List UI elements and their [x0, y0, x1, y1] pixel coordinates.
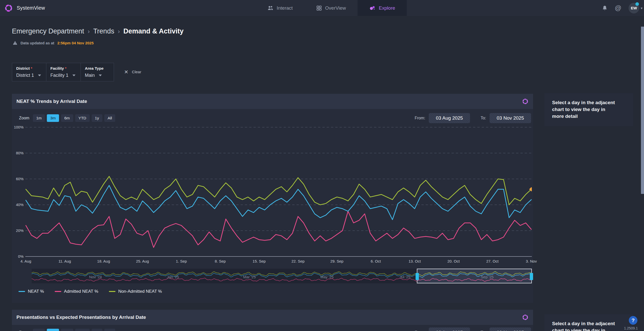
facility-filter[interactable]: Facility* Facility 1 [46, 63, 81, 81]
data-updated-row: Data updated as at 2:56pm 04 Nov 2025 [13, 41, 94, 45]
y-tick-label: 60% [12, 177, 24, 181]
x-tick-label: 1. Sep [176, 259, 187, 263]
navigator-selection-window[interactable] [417, 269, 532, 283]
version-label: 1.2509.1 [624, 326, 638, 330]
to-label: To: [481, 116, 486, 120]
date-range-controls: From: 03 Aug 2025 To: 03 Nov 2025 [415, 327, 531, 331]
day-detail-hint-text: Select a day in the adjacent chart to vi… [544, 314, 633, 331]
status-badge [635, 2, 639, 6]
area-type-filter-label: Area Type [85, 66, 104, 70]
zoom-option-all[interactable]: All [104, 114, 115, 122]
zoom-option-all[interactable]: All [104, 329, 115, 331]
day-detail-hint-panel: Select a day in the adjacent chart to vi… [544, 93, 633, 126]
zoom-option-1y[interactable]: 1y [92, 329, 102, 331]
navigator-tick-label: Sep '25 [481, 275, 494, 279]
y-tick-label: 40% [12, 203, 24, 207]
zoom-label: Zoom [19, 116, 29, 120]
page-title: Demand & Activity [123, 27, 184, 35]
navigator-tick-label: Jan '25 [167, 275, 179, 279]
navigator-handle-right[interactable] [530, 273, 533, 280]
legend-item-non-admitted-neat[interactable]: Non-Admitted NEAT % [109, 289, 162, 294]
day-detail-hint-panel-2: Select a day in the adjacent chart to vi… [544, 314, 633, 331]
help-button[interactable]: ? [629, 316, 637, 325]
y-tick-label: 100% [12, 125, 24, 129]
presentations-panel: Presentations vs Expected Presentations … [12, 310, 533, 331]
legend-item-admitted-neat[interactable]: Admitted NEAT % [55, 289, 98, 294]
neat-trends-panel-header: NEAT % Trends by Arrival Date [12, 94, 533, 109]
zoom-option-ytd[interactable]: YTD [75, 114, 90, 122]
from-date-input[interactable]: 03 Aug 2025 [429, 327, 470, 331]
clear-filters-button[interactable]: ✕ Clear [124, 69, 141, 75]
top-right-actions: @ EW ▾ [602, 0, 642, 16]
nav-item-overview[interactable]: OverView [304, 0, 358, 16]
legend-label-admitted-neat: Admitted NEAT % [64, 289, 98, 294]
zoom-option-3m[interactable]: 3m [47, 114, 59, 122]
caret-down-icon [72, 75, 75, 76]
app-logo[interactable]: SystemView [0, 4, 45, 12]
main-nav: Interact OverView Explore [255, 0, 407, 16]
notifications-bell-icon[interactable] [602, 5, 608, 11]
panel-loader-dashed-circle-icon[interactable] [522, 314, 529, 321]
x-tick-label: 18. Aug [97, 259, 110, 263]
area-type-filter-value: Main [85, 73, 95, 78]
explore-dots-icon [369, 5, 376, 11]
nav-item-interact[interactable]: Interact [255, 0, 304, 16]
x-tick-label: 15. Sep [252, 259, 266, 263]
x-tick-label: 27. Oct [486, 259, 498, 263]
people-icon [267, 5, 274, 11]
breadcrumb: Emergency Department › Trends › Demand &… [12, 27, 184, 35]
page-scrollbar-thumb[interactable] [641, 27, 644, 194]
zoom-option-3m[interactable]: 3m [47, 329, 59, 331]
warning-triangle-icon [13, 41, 17, 45]
to-date-input[interactable]: 03 Nov 2025 [490, 327, 531, 331]
x-tick-label: 3. Nov [526, 259, 537, 263]
mentions-at-icon[interactable]: @ [615, 4, 621, 12]
legend-item-neat[interactable]: NEAT % [18, 289, 44, 294]
area-type-filter[interactable]: Area Type Main [81, 63, 114, 81]
panel-loader-dashed-circle-icon[interactable] [522, 98, 529, 105]
legend-label-non-admitted-neat: Non-Admitted NEAT % [118, 289, 162, 294]
neat-trends-panel: NEAT % Trends by Arrival Date Zoom 1m3m6… [12, 94, 533, 303]
data-updated-label: Data updated as at [21, 41, 54, 45]
zoom-option-6m[interactable]: 6m [61, 329, 73, 331]
user-menu[interactable]: EW ▾ [629, 3, 642, 13]
filter-bar: District* District 1 Facility* Facility … [12, 63, 114, 81]
chart-navigator[interactable]: Nov '24Jan '25Mar '25May '25Jul '25Sep '… [32, 269, 532, 283]
data-updated-timestamp: 2:56pm 04 Nov 2025 [57, 41, 93, 45]
chevron-down-icon[interactable]: ▾ [641, 6, 642, 10]
district-filter-value: District 1 [16, 73, 34, 78]
chart-legend: NEAT % Admitted NEAT % Non-Admitted NEAT… [18, 289, 162, 294]
navigator-handle-left[interactable] [416, 273, 419, 280]
nav-label-explore: Explore [379, 5, 395, 11]
legend-swatch-non-admitted-neat [109, 291, 115, 292]
district-filter[interactable]: District* District 1 [12, 63, 46, 81]
breadcrumb-trends[interactable]: Trends [93, 27, 114, 35]
close-x-icon: ✕ [124, 69, 128, 75]
day-detail-hint-text: Select a day in the adjacent chart to vi… [544, 93, 633, 120]
date-range-controls: From: 03 Aug 2025 To: 03 Nov 2025 [415, 113, 531, 123]
zoom-option-ytd[interactable]: YTD [75, 329, 90, 331]
zoom-option-1y[interactable]: 1y [92, 114, 102, 122]
breadcrumb-emergency-department[interactable]: Emergency Department [12, 27, 84, 35]
zoom-option-1m[interactable]: 1m [33, 329, 45, 331]
x-tick-label: 25. Aug [136, 259, 149, 263]
legend-swatch-admitted-neat [55, 291, 61, 292]
y-tick-label: 20% [12, 228, 24, 233]
y-tick-label: 0% [12, 254, 24, 259]
nav-item-explore[interactable]: Explore [358, 0, 407, 16]
zoom-option-6m[interactable]: 6m [61, 114, 73, 122]
logo-dashed-circle-icon [5, 4, 13, 12]
to-date-input[interactable]: 03 Nov 2025 [490, 113, 531, 123]
x-tick-label: 8. Sep [215, 259, 226, 263]
chart-controls: Zoom 1m3m6mYTD1yAll From: 03 Aug 2025 To… [19, 327, 531, 331]
navigator-tick-label: Jul '25 [400, 275, 411, 279]
legend-swatch-neat [18, 291, 25, 292]
y-tick-label: 80% [12, 151, 24, 155]
legend-label-neat: NEAT % [28, 289, 44, 294]
caret-down-icon [99, 75, 102, 76]
facility-filter-label: Facility [50, 66, 64, 70]
zoom-option-1m[interactable]: 1m [33, 114, 45, 122]
neat-trends-line-chart[interactable] [25, 127, 532, 259]
x-tick-label: 13. Oct [408, 259, 421, 263]
from-date-input[interactable]: 03 Aug 2025 [429, 113, 470, 123]
